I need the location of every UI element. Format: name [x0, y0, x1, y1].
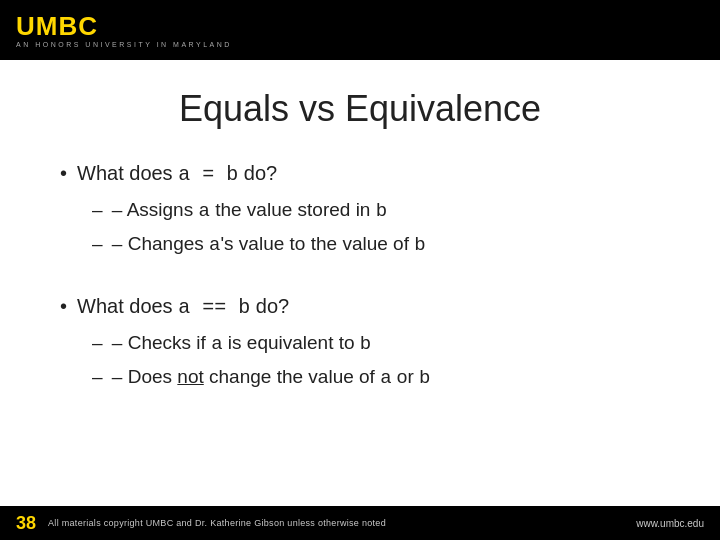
sub-item-2-2: – – Does not change the value of a or b	[92, 363, 660, 393]
footer-left: 38 All materials copyright UMBC and Dr. …	[16, 513, 386, 534]
sub2-1-text: – – Checks if a is equivalent to b	[92, 329, 371, 359]
sub2-2-a: a	[380, 367, 391, 389]
sub-item-1-2: – – Changes a's value to the value of b	[92, 230, 660, 260]
bullet2-what-does: What does	[77, 295, 178, 317]
sub2-not-word: not	[177, 366, 203, 387]
bullet1-var-b: b	[226, 163, 238, 186]
footer-url: www.umbc.edu	[636, 518, 704, 529]
bullet-item-2: • What does a == b do?	[60, 291, 660, 323]
sub2-1-b: b	[360, 333, 371, 355]
bullet2-suffix: do?	[250, 295, 289, 317]
bullet1-var-a: a	[178, 163, 190, 186]
sub2-checks-prefix: – Checks if	[112, 332, 211, 353]
sub2-1-a: a	[211, 333, 222, 355]
sub2-2-b: b	[419, 367, 430, 389]
umbc-logo-text: UMBC	[16, 13, 232, 39]
sub1-middle: the value stored in	[210, 199, 376, 220]
sub2-or: or	[392, 366, 419, 387]
bullet1-main-text: What does a = b do?	[77, 158, 277, 190]
sub1-changes-prefix: – Changes	[112, 233, 209, 254]
sub1-1-text: – – Assigns a the value stored in b	[92, 196, 387, 226]
bullet-item-1: • What does a = b do?	[60, 158, 660, 190]
bullet2-var-a: a	[178, 296, 190, 319]
umbc-logo: UMBC AN HONORS UNIVERSITY IN MARYLAND	[16, 13, 232, 48]
bullet1-operator: =	[190, 163, 226, 186]
sub1-2-middle: 's value to the value of	[220, 233, 414, 254]
footer-bar: 38 All materials copyright UMBC and Dr. …	[0, 506, 720, 540]
umbc-subtitle: AN HONORS UNIVERSITY IN MARYLAND	[16, 41, 232, 48]
bullet-dot-1: •	[60, 158, 67, 188]
sub1-2-b: b	[414, 234, 425, 256]
sub1-assigns-prefix: – Assigns	[112, 199, 199, 220]
sub2-1-middle: is equivalent to	[223, 332, 360, 353]
bullet-section-2: • What does a == b do? – – Checks if a i…	[60, 291, 660, 392]
sub1-2-text: – – Changes a's value to the value of b	[92, 230, 426, 260]
footer-copyright: All materials copyright UMBC and Dr. Kat…	[48, 518, 386, 528]
sub2-2-text: – – Does not change the value of a or b	[92, 363, 430, 393]
sub-item-1-1: – – Assigns a the value stored in b	[92, 196, 660, 226]
header-bar: UMBC AN HONORS UNIVERSITY IN MARYLAND	[0, 0, 720, 60]
sub1-2-a: a	[209, 234, 220, 256]
bullet-dot-2: •	[60, 291, 67, 321]
sub-item-2-1: – – Checks if a is equivalent to b	[92, 329, 660, 359]
bullet1-suffix: do?	[238, 162, 277, 184]
bullet2-operator: ==	[190, 296, 238, 319]
footer-page-number: 38	[16, 513, 36, 534]
sub2-does-prefix: – Does	[112, 366, 177, 387]
sub1-a: a	[198, 200, 209, 222]
bullet2-main-text: What does a == b do?	[77, 291, 289, 323]
sub1-b: b	[376, 200, 387, 222]
bullet2-var-b: b	[238, 296, 250, 319]
bullet-section-1: • What does a = b do? – – Assigns a the …	[60, 158, 660, 259]
slide-title: Equals vs Equivalence	[60, 88, 660, 130]
main-content: Equals vs Equivalence • What does a = b …	[0, 60, 720, 420]
bullet1-what-does: What does	[77, 162, 178, 184]
sub2-2-middle: change the value of	[204, 366, 380, 387]
